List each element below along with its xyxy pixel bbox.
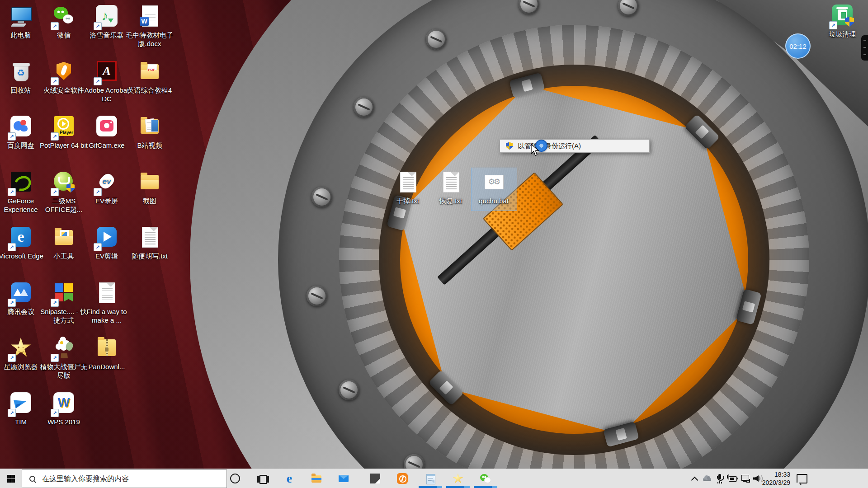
edge-widget-tick: [863, 47, 866, 48]
search-input[interactable]: [41, 472, 226, 486]
shortcut-arrow-icon: ↗: [8, 188, 16, 196]
icon-label: PanDownl...: [82, 363, 132, 371]
clock-time: 18:33: [756, 470, 790, 479]
bilibili-videos-folder-icon: [139, 115, 160, 137]
desktop-icon-small-tools-folder[interactable]: 小工具: [39, 225, 89, 261]
desktop-icon-luoxue-music[interactable]: ♪↗洛雪音乐器: [82, 4, 132, 40]
shortcut-arrow-icon: ↗: [8, 354, 16, 362]
taskbar-search[interactable]: [22, 469, 227, 488]
tray-onedrive-icon[interactable]: [701, 473, 713, 484]
tray-battery-icon[interactable]: [726, 473, 738, 484]
windows-logo-icon: [7, 475, 15, 483]
icon-label: 恢复.txt: [426, 197, 476, 206]
shortcut-arrow-icon: ↗: [51, 299, 59, 307]
taskbar-app-photos[interactable]: [365, 469, 385, 488]
icon-label: PotPlayer 64 bit: [39, 141, 89, 150]
tray-microphone-icon[interactable]: [714, 473, 726, 484]
menu-item-label: 以管理员身份运行(A): [518, 142, 581, 150]
shortcut-arrow-icon: ↗: [8, 299, 16, 307]
desktop-icon-bilibili-videos-folder[interactable]: B站视频: [125, 114, 175, 150]
photos-taskbar-icon: [369, 472, 382, 485]
recycle-bin-icon: ♻: [10, 60, 32, 82]
desktop-icon-pvz-endless[interactable]: ↗植物大战僵尸无尽版: [39, 335, 89, 380]
random-notes-txt-icon: [139, 226, 160, 248]
icon-label: 毛中特教材电子版.docx: [125, 31, 175, 48]
desktop-icon-random-notes-txt[interactable]: 随便胡写.txt: [125, 225, 175, 261]
gifcam-icon: [96, 115, 118, 137]
start-button[interactable]: [0, 469, 22, 488]
desktop-icon-screenshots-folder[interactable]: 截图: [125, 169, 175, 206]
file-explorer-taskbar-icon: [310, 472, 323, 485]
taskbar-app-wechat[interactable]: [476, 469, 495, 488]
taskbar-app-edge[interactable]: e: [279, 469, 299, 488]
shortcut-arrow-icon: ↗: [51, 77, 59, 85]
desktop-icon-english-course-folder[interactable]: PDF英语综合教程4: [125, 59, 175, 95]
icon-label: B站视频: [125, 141, 175, 150]
desktop-icon-trash-cleaner[interactable]: ↗垃圾清理: [817, 3, 867, 39]
shortcut-arrow-icon: ↗: [8, 132, 16, 141]
shortcut-arrow-icon: ↗: [51, 354, 59, 362]
taskbar-app-notepad[interactable]: [420, 469, 440, 488]
icon-label: Find a way to make a ...: [82, 308, 132, 325]
search-icon: [29, 476, 36, 482]
icon-label: 干掉.txt: [383, 197, 433, 206]
desktop-icon-find-a-way-txt[interactable]: Find a way to make a ...: [82, 280, 132, 325]
taskbar-app-file-explorer[interactable]: [307, 469, 326, 488]
desktop-icon-snipaste-shortcut[interactable]: ↗Snipaste.... - 快捷方式: [39, 280, 89, 325]
edge-widget-tick: [863, 54, 866, 55]
icon-label: GifCam.exe: [82, 141, 132, 150]
desktop-icon-adobe-acrobat-dc[interactable]: A↗Adobe Acrobat DC: [82, 59, 132, 103]
desktop-icon-potplayer[interactable]: Player↗PotPlayer 64 bit: [39, 114, 89, 150]
desktop-icon-huifu-txt[interactable]: 恢复.txt: [426, 169, 476, 206]
context-menu-item-run-as-admin[interactable]: 以管理员身份运行(A): [500, 140, 649, 152]
shortcut-arrow-icon: ↗: [8, 243, 16, 251]
wallpaper-bolt: [311, 187, 332, 207]
desktop-icon-ms-office-exam[interactable]: ↗二级MS OFFICE超...: [39, 169, 89, 214]
quchu-bat-icon: ⚙⚙: [483, 171, 505, 192]
pandownload-zip-icon: [96, 337, 118, 358]
running-indicator: [419, 486, 442, 488]
shortcut-arrow-icon: ↗: [94, 243, 102, 251]
shortcut-arrow-icon: ↗: [8, 409, 16, 417]
edge-widget-tick: [863, 40, 866, 41]
desktop-icon-pandownload-zip[interactable]: PanDownl...: [82, 335, 132, 371]
taskbar-app-security-tool[interactable]: [392, 469, 412, 488]
taskbar-app-star-browser[interactable]: [448, 469, 468, 488]
desktop-icon-maozhongte-docx[interactable]: W毛中特教材电子版.docx: [125, 4, 175, 48]
tray-hidden-icons-icon[interactable]: [689, 473, 700, 484]
find-a-way-txt-icon: [96, 282, 118, 303]
taskbar: e 18:33 2020/3/29: [0, 469, 868, 488]
taskbar-app-task-view[interactable]: [252, 469, 272, 488]
desktop-icon-gandiao-txt[interactable]: 干掉.txt: [383, 169, 433, 206]
maozhongte-docx-icon: W: [139, 5, 160, 27]
tray-network-icon[interactable]: [739, 473, 751, 484]
desktop-icon-huorong-security[interactable]: ↗火绒安全软件: [39, 59, 89, 95]
desktop-icon-ev-clip[interactable]: ↗EV剪辑: [82, 225, 132, 261]
shortcut-arrow-icon: ↗: [51, 188, 59, 196]
shortcut-arrow-icon: ↗: [51, 22, 59, 30]
shortcut-arrow-icon: ↗: [51, 132, 59, 141]
icon-label: 随便胡写.txt: [125, 252, 175, 261]
desktop-icon-wps-2019[interactable]: W↗WPS 2019: [39, 390, 89, 427]
running-indicator: [446, 486, 470, 488]
desktop-icon-wechat[interactable]: ↗微信: [39, 4, 89, 40]
icon-label: 小工具: [39, 252, 89, 261]
security-tool-taskbar-icon: [396, 472, 409, 485]
taskbar-clock[interactable]: 18:33 2020/3/29: [756, 469, 790, 488]
desktop-icon-gifcam[interactable]: GifCam.exe: [82, 114, 132, 150]
gandiao-txt-icon: [397, 171, 419, 192]
desktop-icon-ev-record[interactable]: ev↗EV录屏: [82, 169, 132, 206]
desktop-icon-quchu-bat[interactable]: ⚙⚙quchu.bat: [469, 169, 519, 206]
icon-label: WPS 2019: [39, 418, 89, 427]
icon-label: 洛雪音乐器: [82, 31, 132, 40]
screenshots-folder-icon: [139, 171, 160, 192]
this-pc-icon: [10, 5, 32, 27]
taskbar-app-cortana[interactable]: [225, 469, 245, 488]
icon-label: 二级MS OFFICE超...: [39, 197, 89, 214]
timer-badge[interactable]: 02:12: [785, 33, 811, 59]
uac-shield-icon: [506, 142, 513, 150]
taskbar-app-mail[interactable]: [334, 469, 354, 488]
action-center-button[interactable]: [792, 469, 812, 488]
screen-edge-widget[interactable]: [861, 35, 868, 61]
mouse-cursor: [531, 144, 541, 159]
